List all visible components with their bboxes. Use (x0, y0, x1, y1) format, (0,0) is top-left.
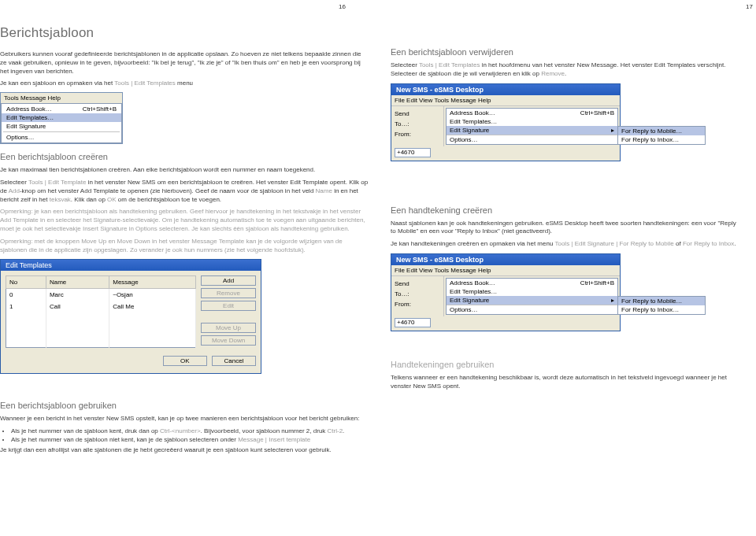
send-button[interactable]: Send (395, 109, 442, 119)
move-up-button[interactable]: Move Up (201, 323, 256, 333)
col-name[interactable]: Name (46, 276, 109, 289)
sig-p1: Naast sjablonen kan je ook handtekeninge… (391, 220, 742, 237)
from-input[interactable]: +4670 (395, 318, 431, 327)
signature-submenu: For Reply to Mobile… For Reply to Inbox… (617, 126, 706, 145)
list-item: Als je het nummer van de sjabloon kent, … (11, 427, 369, 434)
page: 16 17 Berichtsjabloon Gebruikers kunnen … (0, 0, 756, 536)
page-number-left: 16 (339, 3, 346, 10)
heading-delete-template: Een berichtsjabloon verwijderen (391, 47, 742, 57)
use-p1: Wanneer je een bericht in het venster Ne… (0, 415, 369, 423)
chevron-right-icon: ▸ (611, 297, 614, 304)
add-button[interactable]: Add (201, 275, 256, 286)
tools-menu-screenshot: Tools Message Help Address Book…Ctrl+Shi… (0, 92, 123, 144)
menu-item-edit-templates[interactable]: Edit Templates… (447, 117, 617, 126)
menu-item-options[interactable]: Options… (447, 305, 617, 314)
use-p2: Je krijgt dan een afrollijst van alle sj… (0, 446, 369, 455)
menu-item-edit-templates[interactable]: Edit Templates… (447, 287, 617, 296)
sig-p2: Je kan handtekeningen creëren en opmaken… (391, 240, 742, 249)
table-row[interactable]: 0 Marc ~Osjan (6, 289, 196, 301)
submenu-reply-inbox[interactable]: For Reply to Inbox… (618, 135, 705, 144)
window-title: New SMS - eSMS Desktop (391, 84, 620, 95)
menu-path: Tools | Edit Templates (114, 79, 176, 87)
to-label[interactable]: To…: (395, 289, 442, 299)
menu-item-options[interactable]: Options… (2, 133, 121, 142)
ok-button[interactable]: OK (163, 356, 207, 366)
chevron-right-icon: ▸ (611, 127, 614, 134)
page-number-right: 17 (746, 3, 753, 10)
menu-item-address-book[interactable]: Address Book…Ctrl+Shift+B (447, 109, 617, 117)
templates-table: No Name Message 0 Marc ~Osjan 1 Call (6, 275, 196, 348)
newsms-window-screenshot-2: New SMS - eSMS Desktop File Edit View To… (391, 253, 621, 331)
heading-create-signature: Een handtekening creëren (391, 205, 742, 215)
window-title: New SMS - eSMS Desktop (391, 254, 620, 265)
newsms-window-screenshot: New SMS - eSMS Desktop File Edit View To… (391, 83, 621, 161)
menu-item-address-book[interactable]: Address Book…Ctrl+Shift+B (2, 105, 121, 113)
usesig-p1: Telkens wanneer er een handtekening besc… (391, 374, 742, 391)
from-input[interactable]: +4670 (395, 148, 431, 157)
from-label: From: (395, 129, 442, 139)
create-p2: Selecteer Tools | Edit Template in het v… (0, 179, 369, 204)
menu-item-edit-signature[interactable]: Edit Signature (2, 122, 121, 131)
heading-use-template: Een berichtsjabloon gebruiken (0, 401, 369, 410)
right-column: Een berichtsjabloon verwijderen Selectee… (391, 25, 742, 459)
menu-item-options[interactable]: Options… (447, 135, 617, 144)
tools-dropdown: Address Book…Ctrl+Shift+B Edit Templates… (1, 103, 122, 143)
submenu-reply-inbox[interactable]: For Reply to Inbox… (618, 305, 705, 314)
table-row[interactable]: 1 Call Call Me (6, 301, 196, 312)
list-item: Als je het nummer van de sjabloon niet k… (11, 436, 369, 443)
move-down-button[interactable]: Move Down (201, 335, 256, 346)
window-menubar: File Edit View Tools Message Help (391, 95, 620, 106)
edit-templates-dialog: Edit Templates No Name Message 0 Marc ~O… (0, 259, 261, 374)
window-menubar: File Edit View Tools Message Help (391, 265, 620, 276)
intro-text: Gebruikers kunnen vooraf gedefinieerde b… (0, 50, 369, 76)
edit-button[interactable]: Edit (201, 301, 256, 311)
intro-text-2: Je kan een sjabloon en opmaken via het T… (0, 79, 369, 88)
submenu-reply-mobile[interactable]: For Reply to Mobile… (618, 127, 705, 135)
menu-item-edit-templates[interactable]: Edit Templates… (2, 113, 121, 122)
col-message[interactable]: Message (109, 276, 196, 289)
submenu-reply-mobile[interactable]: For Reply to Mobile… (618, 297, 705, 305)
from-label: From: (395, 299, 442, 309)
remove-button[interactable]: Remove (201, 288, 256, 298)
menu-item-edit-signature[interactable]: Edit Signature▸ For Reply to Mobile… For… (447, 126, 617, 135)
delete-p1: Selecteer Tools | Edit Templates in het … (391, 61, 742, 79)
signature-submenu: For Reply to Mobile… For Reply to Inbox… (617, 296, 706, 315)
menu-item-edit-signature[interactable]: Edit Signature▸ For Reply to Mobile… For… (447, 296, 617, 305)
note-move: Opmerking: met de knoppen Move Up en Mov… (0, 238, 369, 255)
use-bullets: Als je het nummer van de sjabloon kent, … (11, 427, 369, 443)
page-title: Berichtsjabloon (0, 25, 369, 41)
create-p1: Je kan maximaal tien berichtsjablonen cr… (0, 166, 369, 175)
note-signature: Opmerking: je kan een berichtsjabloon al… (0, 208, 369, 233)
menubar: Tools Message Help (1, 93, 122, 103)
send-button[interactable]: Send (395, 279, 442, 289)
heading-create-template: Een berichtsjabloon creëren (0, 152, 369, 161)
col-no[interactable]: No (6, 276, 46, 289)
dialog-title: Edit Templates (1, 260, 261, 271)
to-label[interactable]: To…: (395, 119, 442, 129)
cancel-button[interactable]: Cancel (212, 356, 256, 366)
left-column: Berichtsjabloon Gebruikers kunnen vooraf… (0, 25, 369, 459)
heading-use-signature: Handtekeningen gebruiken (391, 360, 742, 369)
menu-item-address-book[interactable]: Address Book…Ctrl+Shift+B (447, 279, 617, 287)
